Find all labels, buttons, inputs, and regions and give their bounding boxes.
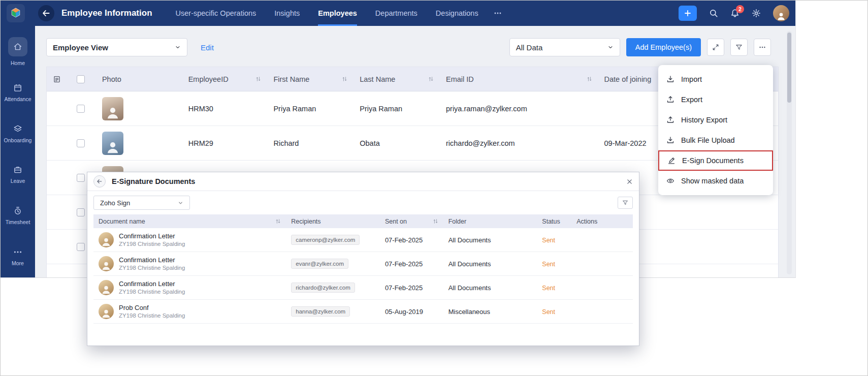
sidebar-item-label: Onboarding bbox=[4, 137, 32, 143]
row-checkbox[interactable] bbox=[77, 208, 85, 216]
logo-cube-icon bbox=[9, 7, 22, 20]
chevron-down-icon bbox=[607, 44, 614, 50]
tab-insights[interactable]: Insights bbox=[274, 1, 300, 26]
header-label: Document name bbox=[99, 218, 145, 225]
search-button[interactable] bbox=[709, 9, 718, 18]
sidebar-item-label: Leave bbox=[11, 178, 25, 184]
tab-departments[interactable]: Departments bbox=[375, 1, 417, 26]
header-label: EmployeeID bbox=[188, 75, 229, 83]
header-folder: Folder bbox=[443, 218, 537, 225]
scrollbar-thumb[interactable] bbox=[787, 33, 791, 103]
ellipsis-icon bbox=[759, 44, 766, 51]
data-scope-select[interactable]: All Data bbox=[509, 38, 620, 56]
ellipsis-icon bbox=[13, 247, 22, 257]
menu-item-bulk-file-upload[interactable]: Bulk File Upload bbox=[658, 130, 773, 150]
sort-icon[interactable] bbox=[275, 218, 281, 224]
expand-icon bbox=[712, 44, 719, 51]
employee-id-cell: HRM30 bbox=[182, 105, 268, 113]
esign-pen-icon bbox=[667, 156, 676, 165]
settings-button[interactable] bbox=[752, 9, 761, 18]
recipient-chip: cameronp@zylker.com bbox=[291, 235, 360, 245]
header-email[interactable]: Email ID bbox=[440, 67, 598, 91]
sort-icon[interactable] bbox=[428, 76, 434, 82]
top-navbar: Employee Information User-specific Opera… bbox=[1, 1, 795, 26]
sidebar-item-leave[interactable]: Leave bbox=[1, 154, 35, 195]
menu-item-export[interactable]: Export bbox=[658, 89, 773, 110]
esign-doc-row[interactable]: Confirmation Letter ZY198 Christine Spal… bbox=[93, 252, 633, 276]
modal-close-button[interactable] bbox=[626, 178, 633, 185]
row-checkbox[interactable] bbox=[77, 139, 85, 147]
notifications-button[interactable]: 2 bbox=[730, 9, 740, 18]
modal-back-button[interactable] bbox=[93, 175, 106, 187]
view-select-value: Employee View bbox=[53, 43, 108, 52]
tab-designations[interactable]: Designations bbox=[436, 1, 478, 26]
sort-icon[interactable] bbox=[342, 76, 347, 82]
header-label: Date of joining bbox=[604, 75, 652, 83]
content-toolbar: Employee View Edit All Data Add Employee… bbox=[46, 38, 771, 56]
app-logo[interactable] bbox=[7, 4, 25, 22]
header-status: Status bbox=[537, 218, 571, 225]
chevron-down-icon bbox=[178, 200, 183, 206]
gear-icon bbox=[752, 9, 761, 18]
row-checkbox[interactable] bbox=[77, 243, 85, 251]
menu-item-esign-documents[interactable]: E-Sign Documents bbox=[658, 150, 773, 171]
sort-icon[interactable] bbox=[255, 76, 261, 82]
signer-avatar bbox=[99, 232, 114, 247]
table-more-actions-button[interactable] bbox=[754, 39, 771, 56]
folder-cell: All Documents bbox=[443, 284, 537, 292]
add-employee-button[interactable]: Add Employee(s) bbox=[626, 38, 701, 56]
tab-user-specific-operations[interactable]: User-specific Operations bbox=[176, 1, 256, 26]
esign-doc-row[interactable]: Confirmation Letter ZY198 Christine Spal… bbox=[93, 228, 633, 252]
header-sent-on[interactable]: Sent on bbox=[380, 218, 443, 225]
sidebar-item-timesheet[interactable]: Timesheet bbox=[1, 195, 35, 236]
sidebar-item-more[interactable]: More bbox=[1, 236, 35, 277]
header-document-name[interactable]: Document name bbox=[93, 218, 286, 225]
plus-icon bbox=[684, 9, 692, 17]
modal-filter-button[interactable] bbox=[618, 197, 633, 209]
sent-on-cell: 07-Feb-2025 bbox=[380, 236, 443, 244]
document-name: Confirmation Letter bbox=[119, 256, 185, 264]
table-actions-menu: Import Export History Export Bulk File U… bbox=[658, 65, 773, 195]
menu-item-import[interactable]: Import bbox=[658, 69, 773, 89]
vertical-scrollbar[interactable] bbox=[787, 31, 792, 274]
fullscreen-button[interactable] bbox=[707, 39, 724, 56]
modal-toolbar: Zoho Sign bbox=[87, 191, 639, 214]
header-label: Email ID bbox=[446, 75, 474, 83]
esign-doc-row[interactable]: Confirmation Letter ZY198 Christine Spal… bbox=[93, 276, 633, 300]
funnel-icon bbox=[735, 44, 743, 51]
sent-on-cell: 07-Feb-2025 bbox=[380, 260, 443, 268]
column-settings-button[interactable] bbox=[47, 67, 71, 91]
filter-button[interactable] bbox=[730, 39, 748, 56]
sort-icon[interactable] bbox=[433, 218, 438, 224]
user-avatar[interactable] bbox=[773, 5, 789, 21]
sort-icon[interactable] bbox=[587, 76, 592, 82]
sidebar-item-onboarding[interactable]: Onboarding bbox=[1, 113, 35, 154]
menu-item-label: Show masked data bbox=[681, 177, 744, 185]
menu-item-history-export[interactable]: History Export bbox=[658, 110, 773, 130]
status-badge: Sent bbox=[542, 285, 555, 292]
tab-employees[interactable]: Employees bbox=[318, 1, 357, 26]
header-first-name[interactable]: First Name bbox=[267, 67, 353, 91]
signer-avatar bbox=[99, 256, 114, 271]
sidebar-item-home[interactable]: Home bbox=[1, 31, 35, 72]
row-checkbox[interactable] bbox=[77, 174, 85, 182]
sidebar-item-attendance[interactable]: Attendance bbox=[1, 72, 35, 113]
view-select[interactable]: Employee View bbox=[46, 38, 187, 56]
menu-item-show-masked-data[interactable]: Show masked data bbox=[658, 171, 773, 191]
quick-add-button[interactable] bbox=[679, 6, 697, 21]
sidebar-item-label: More bbox=[12, 260, 24, 266]
header-last-name[interactable]: Last Name bbox=[353, 67, 440, 91]
provider-select[interactable]: Zoho Sign bbox=[93, 196, 190, 210]
nav-overflow-button[interactable] bbox=[494, 9, 502, 17]
row-checkbox[interactable] bbox=[77, 105, 85, 113]
esign-doc-row[interactable]: Prob Conf ZY198 Christine Spalding hanna… bbox=[93, 300, 633, 324]
select-all-checkbox[interactable] bbox=[77, 75, 85, 83]
sidebar-item-label: Timesheet bbox=[6, 219, 30, 225]
status-badge: Sent bbox=[542, 261, 555, 268]
edit-view-link[interactable]: Edit bbox=[201, 43, 214, 52]
header-employee-id[interactable]: EmployeeID bbox=[182, 67, 268, 91]
row-checkbox[interactable] bbox=[77, 277, 85, 278]
first-name-cell: Priya Raman bbox=[267, 105, 353, 113]
recipient-chip: richardo@zylker.com bbox=[291, 283, 355, 293]
back-button[interactable] bbox=[38, 5, 54, 21]
